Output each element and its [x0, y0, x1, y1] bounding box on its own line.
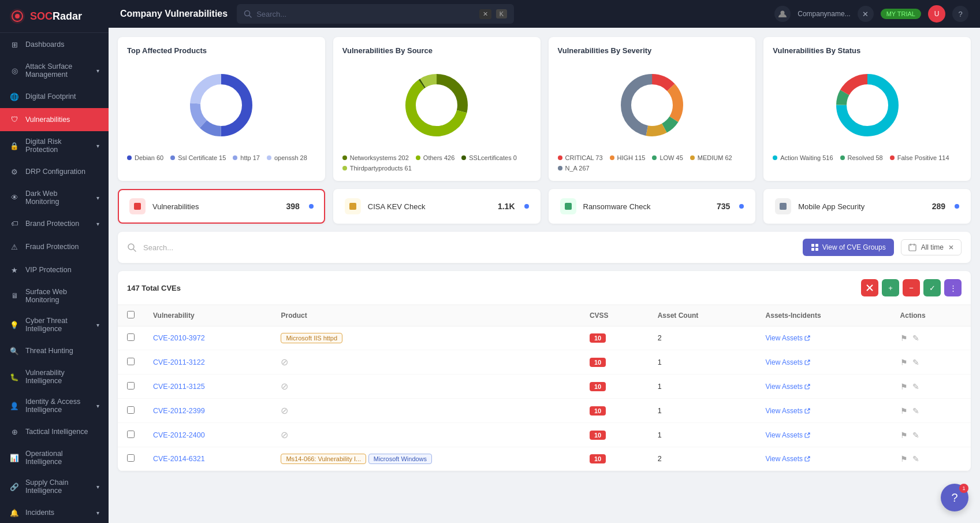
- cve-link[interactable]: CVE-2010-3972: [153, 334, 205, 342]
- chart-legend-by-source: Networksystems 202 Others 426 SSLcertifi…: [342, 154, 531, 172]
- row-checkbox[interactable]: [127, 333, 135, 341]
- row-edit-button[interactable]: ✎: [912, 358, 919, 367]
- row-flag-button[interactable]: ⚑: [900, 406, 908, 416]
- view-assets-link[interactable]: View Assets: [766, 334, 882, 342]
- cve-link[interactable]: CVE-2014-6321: [153, 455, 205, 463]
- row-edit-button[interactable]: ✎: [912, 454, 919, 463]
- topbar-search-container: ✕ K: [237, 4, 514, 24]
- notification-icon-btn[interactable]: ✕: [858, 6, 874, 22]
- tab-cisa-kev[interactable]: CISA KEV Check 1.1K: [333, 189, 541, 224]
- cve-link[interactable]: CVE-2011-3125: [153, 383, 205, 391]
- row-flag-button[interactable]: ⚑: [900, 382, 908, 391]
- col-product: Product: [271, 305, 580, 327]
- row-checkbox[interactable]: [127, 406, 135, 414]
- sidebar-item-dashboards[interactable]: ⊞ Dashboards: [0, 33, 109, 56]
- row-assets-incidents-cell: View Assets: [757, 447, 891, 471]
- row-cvss-cell: 10: [580, 399, 649, 423]
- chat-bubble-button[interactable]: ? 1: [941, 484, 968, 511]
- action-more-button[interactable]: ⋮: [944, 279, 962, 296]
- sidebar-item-digital-risk[interactable]: 🔒 Digital Risk Protection ▾: [0, 131, 109, 160]
- view-assets-link[interactable]: View Assets: [766, 431, 882, 439]
- action-check-button[interactable]: ✓: [923, 279, 941, 296]
- target-icon: ◎: [9, 65, 20, 76]
- select-all-header: [118, 305, 144, 327]
- sidebar-item-vuln-intel[interactable]: 🐛 Vulnerability Intelligence: [0, 362, 109, 391]
- sidebar-item-digital-footprint[interactable]: 🌐 Digital Footprint: [0, 85, 109, 108]
- view-assets-link[interactable]: View Assets: [766, 455, 882, 463]
- action-remove-button[interactable]: −: [903, 279, 920, 296]
- tab-mobile-app[interactable]: Mobile App Security 289: [763, 189, 971, 224]
- no-product: ⊘: [281, 406, 288, 416]
- search-k-button[interactable]: K: [496, 9, 507, 18]
- sidebar-item-operational-intel[interactable]: 📊 Operational Intelligence: [0, 443, 109, 472]
- row-edit-button[interactable]: ✎: [912, 382, 919, 391]
- sidebar-item-vulnerabilities[interactable]: 🛡 Vulnerabilities: [0, 108, 109, 131]
- row-action-buttons: ⚑ ✎: [900, 431, 962, 440]
- external-link-icon: [804, 384, 810, 390]
- tab-vulnerabilities[interactable]: Vulnerabilities 398: [118, 189, 325, 224]
- legend-dot: [233, 155, 237, 160]
- external-link-icon: [804, 456, 810, 462]
- sidebar-item-identity-access[interactable]: 👤 Identity & Access Intelligence ▾: [0, 391, 109, 420]
- sidebar-item-supply-chain[interactable]: 🔗 Supply Chain Intelligence ▾: [0, 472, 109, 501]
- row-asset-count-cell: 2: [649, 327, 757, 350]
- row-asset-count-cell: 1: [649, 423, 757, 447]
- legend-dot: [170, 155, 175, 160]
- chevron-down-icon: ▾: [96, 221, 99, 227]
- product-badge: Ms14-066: Vulnerability I...: [281, 454, 366, 464]
- sidebar-item-cyber-threat[interactable]: 💡 Cyber Threat Intelligence ▾: [0, 310, 109, 339]
- chat-notification-badge: 1: [959, 484, 968, 493]
- sidebar-item-vip-protection[interactable]: ★ VIP Protection: [0, 258, 109, 281]
- svg-point-10: [206, 90, 237, 121]
- date-filter[interactable]: All time: [901, 239, 962, 255]
- table-header-row: 147 Total CVEs + − ✓ ⋮: [118, 271, 971, 305]
- select-all-checkbox[interactable]: [127, 311, 135, 318]
- sidebar-item-attack-surface[interactable]: ◎ Attack Surface Management ▾: [0, 56, 109, 85]
- row-edit-button[interactable]: ✎: [912, 333, 919, 343]
- view-cve-groups-button[interactable]: View of CVE Groups: [803, 239, 894, 256]
- sidebar-item-brand-protection[interactable]: 🏷 Brand Protection ▾: [0, 212, 109, 235]
- cve-link[interactable]: CVE-2012-2400: [153, 431, 205, 439]
- row-edit-button[interactable]: ✎: [912, 406, 919, 416]
- help-icon-btn[interactable]: ?: [952, 6, 968, 22]
- row-flag-button[interactable]: ⚑: [900, 333, 908, 343]
- sidebar-item-label: Brand Protection: [25, 220, 91, 228]
- view-assets-link[interactable]: View Assets: [766, 358, 882, 366]
- row-assets-incidents-cell: View Assets: [757, 327, 891, 350]
- sidebar-item-incidents[interactable]: 🔔 Incidents ▾: [0, 501, 109, 523]
- row-edit-button[interactable]: ✎: [912, 431, 919, 440]
- row-action-buttons: ⚑ ✎: [900, 406, 962, 416]
- sidebar-item-drp-config[interactable]: ⚙ DRP Configuration: [0, 160, 109, 183]
- sidebar-item-surface-web[interactable]: 🖥 Surface Web Monitoring: [0, 281, 109, 310]
- row-checkbox[interactable]: [127, 358, 135, 365]
- row-flag-button[interactable]: ⚑: [900, 431, 908, 440]
- view-assets-link[interactable]: View Assets: [766, 383, 882, 391]
- topbar-search-input[interactable]: [256, 10, 475, 18]
- cve-link[interactable]: CVE-2011-3122: [153, 358, 205, 366]
- row-checkbox[interactable]: [127, 454, 135, 462]
- action-icons-group: + − ✓ ⋮: [861, 279, 962, 296]
- row-checkbox[interactable]: [127, 431, 135, 438]
- row-flag-button[interactable]: ⚑: [900, 358, 908, 367]
- svg-rect-32: [811, 244, 814, 247]
- sidebar-item-threat-hunting[interactable]: 🔍 Threat Hunting: [0, 339, 109, 362]
- filter-search-input[interactable]: [143, 243, 796, 252]
- filter-search-container: [143, 243, 796, 252]
- svg-rect-27: [349, 203, 356, 210]
- cve-link[interactable]: CVE-2012-2399: [153, 407, 205, 415]
- cvss-badge: 10: [590, 454, 606, 463]
- tab-ransomware[interactable]: Ransomware Check 735: [549, 189, 756, 224]
- col-asset-count: Asset Count: [649, 305, 757, 327]
- category-tabs-row: Vulnerabilities 398 CISA KEV Check 1.1K …: [118, 189, 971, 224]
- view-assets-link[interactable]: View Assets: [766, 407, 882, 415]
- row-asset-count-cell: 1: [649, 350, 757, 374]
- search-clear-button[interactable]: ✕: [479, 9, 491, 19]
- action-critical-button[interactable]: [861, 279, 878, 296]
- row-checkbox[interactable]: [127, 382, 135, 390]
- sidebar-item-fraud-protection[interactable]: ⚠ Fraud Protection: [0, 235, 109, 258]
- crosshair-icon: ⊕: [9, 426, 20, 437]
- sidebar-item-dark-web[interactable]: 👁 Dark Web Monitoring ▾: [0, 183, 109, 212]
- row-flag-button[interactable]: ⚑: [900, 454, 908, 463]
- action-add-button[interactable]: +: [882, 279, 899, 296]
- sidebar-item-tactical-intel[interactable]: ⊕ Tactical Intelligence: [0, 420, 109, 443]
